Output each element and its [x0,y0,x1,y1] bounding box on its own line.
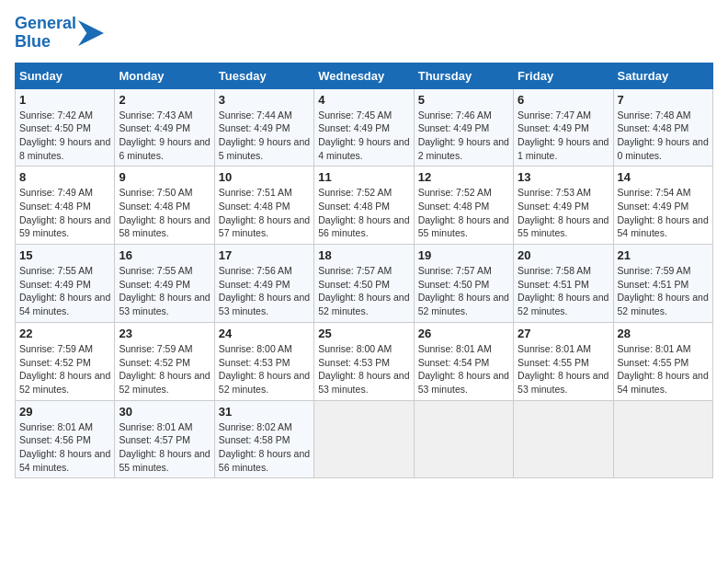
header-day-saturday: Saturday [613,63,712,88]
header-day-wednesday: Wednesday [314,63,414,88]
calendar-week-3: 22Sunrise: 7:59 AM Sunset: 4:52 PM Dayli… [16,322,713,400]
day-number: 8 [19,170,110,184]
day-number: 5 [418,93,509,107]
day-number: 10 [219,170,310,184]
day-number: 19 [418,248,509,262]
cell-info: Sunrise: 8:01 AM Sunset: 4:55 PM Dayligh… [618,342,709,396]
cell-info: Sunrise: 7:50 AM Sunset: 4:48 PM Dayligh… [119,186,210,240]
cell-info: Sunrise: 7:57 AM Sunset: 4:50 PM Dayligh… [318,264,409,318]
calendar-table: SundayMondayTuesdayWednesdayThursdayFrid… [15,63,713,479]
cell-info: Sunrise: 7:54 AM Sunset: 4:49 PM Dayligh… [618,186,709,240]
day-number: 24 [219,327,310,340]
cell-info: Sunrise: 7:55 AM Sunset: 4:49 PM Dayligh… [19,264,110,318]
cell-info: Sunrise: 8:00 AM Sunset: 4:53 PM Dayligh… [318,342,409,396]
day-number: 6 [518,93,609,107]
cell-info: Sunrise: 7:45 AM Sunset: 4:49 PM Dayligh… [318,109,409,163]
day-number: 2 [119,93,210,107]
cell-info: Sunrise: 7:42 AM Sunset: 4:50 PM Dayligh… [19,109,110,163]
day-number: 21 [618,248,709,262]
cell-info: Sunrise: 7:55 AM Sunset: 4:49 PM Dayligh… [119,264,210,318]
cell-info: Sunrise: 7:51 AM Sunset: 4:48 PM Dayligh… [219,186,310,240]
calendar-cell: 29Sunrise: 8:01 AM Sunset: 4:56 PM Dayli… [16,400,115,478]
day-number: 31 [219,405,310,419]
calendar-cell [514,400,613,478]
calendar-cell: 6Sunrise: 7:47 AM Sunset: 4:49 PM Daylig… [514,88,613,167]
header-row: SundayMondayTuesdayWednesdayThursdayFrid… [16,63,713,88]
day-number: 22 [19,327,110,340]
cell-info: Sunrise: 8:02 AM Sunset: 4:58 PM Dayligh… [219,420,310,475]
calendar-cell: 16Sunrise: 7:55 AM Sunset: 4:49 PM Dayli… [115,245,214,323]
calendar-cell [314,400,414,478]
calendar-cell [613,400,712,478]
cell-info: Sunrise: 7:56 AM Sunset: 4:49 PM Dayligh… [219,264,310,318]
calendar-cell: 12Sunrise: 7:52 AM Sunset: 4:48 PM Dayli… [414,167,513,245]
svg-marker-0 [78,20,104,46]
day-number: 14 [618,170,709,184]
calendar-cell: 11Sunrise: 7:52 AM Sunset: 4:48 PM Dayli… [314,167,414,245]
day-number: 7 [618,93,709,107]
calendar-body: 1Sunrise: 7:42 AM Sunset: 4:50 PM Daylig… [16,88,713,478]
day-number: 27 [518,327,609,340]
calendar-week-4: 29Sunrise: 8:01 AM Sunset: 4:56 PM Dayli… [16,400,713,478]
cell-info: Sunrise: 7:46 AM Sunset: 4:49 PM Dayligh… [418,109,509,163]
day-number: 17 [219,248,310,262]
calendar-cell: 9Sunrise: 7:50 AM Sunset: 4:48 PM Daylig… [115,167,214,245]
calendar-cell: 3Sunrise: 7:44 AM Sunset: 4:49 PM Daylig… [214,88,313,167]
calendar-cell: 25Sunrise: 8:00 AM Sunset: 4:53 PM Dayli… [314,322,414,400]
day-number: 18 [318,248,409,262]
header-day-friday: Friday [514,63,613,88]
day-number: 1 [19,93,110,107]
cell-info: Sunrise: 7:48 AM Sunset: 4:48 PM Dayligh… [618,109,709,163]
day-number: 23 [119,327,210,340]
cell-info: Sunrise: 7:43 AM Sunset: 4:49 PM Dayligh… [119,109,210,163]
day-number: 25 [318,327,409,340]
calendar-cell: 19Sunrise: 7:57 AM Sunset: 4:50 PM Dayli… [414,245,513,323]
day-number: 3 [219,93,310,107]
calendar-cell: 13Sunrise: 7:53 AM Sunset: 4:49 PM Dayli… [514,167,613,245]
day-number: 9 [119,170,210,184]
cell-info: Sunrise: 7:58 AM Sunset: 4:51 PM Dayligh… [518,264,609,318]
day-number: 16 [119,248,210,262]
calendar-cell: 5Sunrise: 7:46 AM Sunset: 4:49 PM Daylig… [414,88,513,167]
cell-info: Sunrise: 7:49 AM Sunset: 4:48 PM Dayligh… [19,186,110,240]
cell-info: Sunrise: 7:59 AM Sunset: 4:51 PM Dayligh… [618,264,709,318]
day-number: 11 [318,170,409,184]
cell-info: Sunrise: 7:59 AM Sunset: 4:52 PM Dayligh… [119,342,210,396]
calendar-cell: 15Sunrise: 7:55 AM Sunset: 4:49 PM Dayli… [16,245,115,323]
cell-info: Sunrise: 7:52 AM Sunset: 4:48 PM Dayligh… [418,186,509,240]
cell-info: Sunrise: 7:53 AM Sunset: 4:49 PM Dayligh… [518,186,609,240]
calendar-cell: 30Sunrise: 8:01 AM Sunset: 4:57 PM Dayli… [115,400,214,478]
header-day-monday: Monday [115,63,214,88]
calendar-cell: 17Sunrise: 7:56 AM Sunset: 4:49 PM Dayli… [214,245,313,323]
day-number: 28 [618,327,709,340]
calendar-week-1: 8Sunrise: 7:49 AM Sunset: 4:48 PM Daylig… [16,167,713,245]
calendar-cell: 23Sunrise: 7:59 AM Sunset: 4:52 PM Dayli… [115,322,214,400]
day-number: 4 [318,93,409,107]
cell-info: Sunrise: 8:01 AM Sunset: 4:54 PM Dayligh… [418,342,509,396]
calendar-cell: 8Sunrise: 7:49 AM Sunset: 4:48 PM Daylig… [16,167,115,245]
day-number: 29 [19,405,110,419]
calendar-header: SundayMondayTuesdayWednesdayThursdayFrid… [16,63,713,88]
calendar-cell [414,400,513,478]
calendar-cell: 24Sunrise: 8:00 AM Sunset: 4:53 PM Dayli… [214,322,313,400]
logo-text: General [15,15,76,33]
page-header: General Blue [15,15,713,52]
cell-info: Sunrise: 7:52 AM Sunset: 4:48 PM Dayligh… [318,186,409,240]
logo-text2: Blue [15,33,76,52]
logo: General Blue [15,15,104,52]
day-number: 30 [119,405,210,419]
calendar-cell: 22Sunrise: 7:59 AM Sunset: 4:52 PM Dayli… [16,322,115,400]
calendar-cell: 1Sunrise: 7:42 AM Sunset: 4:50 PM Daylig… [16,88,115,167]
header-day-thursday: Thursday [414,63,513,88]
cell-info: Sunrise: 7:59 AM Sunset: 4:52 PM Dayligh… [19,342,110,396]
cell-info: Sunrise: 7:44 AM Sunset: 4:49 PM Dayligh… [219,109,310,163]
calendar-cell: 10Sunrise: 7:51 AM Sunset: 4:48 PM Dayli… [214,167,313,245]
calendar-cell: 4Sunrise: 7:45 AM Sunset: 4:49 PM Daylig… [314,88,414,167]
calendar-cell: 2Sunrise: 7:43 AM Sunset: 4:49 PM Daylig… [115,88,214,167]
header-day-tuesday: Tuesday [214,63,313,88]
day-number: 15 [19,248,110,262]
header-day-sunday: Sunday [16,63,115,88]
cell-info: Sunrise: 8:01 AM Sunset: 4:55 PM Dayligh… [518,342,609,396]
calendar-week-2: 15Sunrise: 7:55 AM Sunset: 4:49 PM Dayli… [16,245,713,323]
calendar-cell: 14Sunrise: 7:54 AM Sunset: 4:49 PM Dayli… [613,167,712,245]
